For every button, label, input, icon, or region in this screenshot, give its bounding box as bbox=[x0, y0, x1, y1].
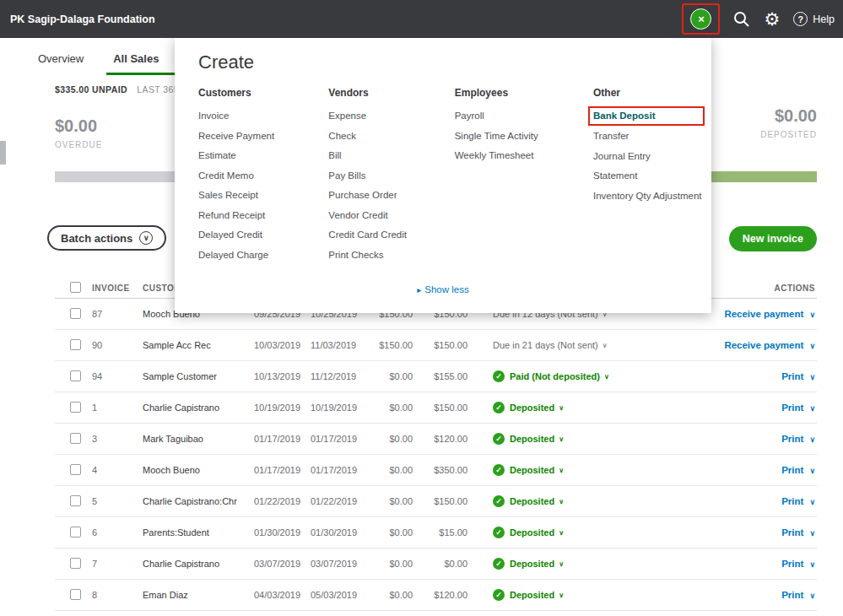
create-menu-item[interactable]: Credit Memo bbox=[198, 166, 316, 186]
customer-name[interactable]: Mark Taguibao bbox=[139, 434, 251, 444]
row-action-link[interactable]: Print bbox=[781, 434, 803, 444]
create-menu-column-customers: Customers InvoiceReceive PaymentEstimate… bbox=[198, 87, 328, 265]
status-text: Due in 21 days (Not sent) bbox=[493, 340, 598, 350]
gear-icon[interactable]: ⚙ bbox=[764, 10, 780, 28]
row-action-link[interactable]: Print bbox=[781, 403, 803, 413]
create-menu-item[interactable]: Credit Card Credit bbox=[328, 225, 446, 246]
create-menu-item[interactable]: Statement bbox=[593, 166, 705, 186]
row-checkbox[interactable] bbox=[70, 433, 81, 444]
create-menu-item[interactable]: Single Time Activity bbox=[455, 127, 573, 147]
status-cell[interactable]: ✓ Deposited ∨ bbox=[471, 495, 682, 507]
status-cell[interactable]: ✓ Due in 21 days (Not sent) ∨ bbox=[471, 340, 682, 350]
create-menu-item[interactable]: Purchase Order bbox=[328, 186, 446, 206]
triangle-icon: ▸ bbox=[417, 285, 421, 294]
row-action-link[interactable]: Print bbox=[781, 559, 803, 569]
invoice-number: 90 bbox=[89, 340, 139, 350]
row-action-link[interactable]: Print bbox=[781, 465, 803, 475]
invoice-number: 94 bbox=[89, 371, 139, 381]
chevron-down-icon[interactable]: ∨ bbox=[809, 529, 815, 538]
create-menu-item[interactable]: Bill bbox=[328, 146, 446, 166]
row-checkbox[interactable] bbox=[70, 308, 81, 319]
create-menu-item[interactable]: Refund Receipt bbox=[198, 206, 316, 226]
row-checkbox[interactable] bbox=[70, 558, 81, 569]
customer-name[interactable]: Charlie Capistrano:Chr bbox=[139, 496, 251, 506]
create-menu-item[interactable]: Print Checks bbox=[328, 246, 446, 266]
row-checkbox[interactable] bbox=[70, 339, 81, 350]
create-menu-title: Create bbox=[198, 51, 254, 73]
invoices-table: INVOICE CUSTOMER ACTIONS 87 Mooch Bueno … bbox=[55, 278, 817, 611]
status-cell[interactable]: ✓ Deposited ∨ bbox=[471, 589, 682, 601]
create-menu-item[interactable]: Receive Payment bbox=[198, 127, 316, 147]
customer-name[interactable]: Sample Acc Rec bbox=[139, 340, 251, 350]
chevron-down-icon[interactable]: ∨ bbox=[809, 498, 815, 506]
row-action-link[interactable]: Print bbox=[781, 496, 803, 506]
create-menu-item[interactable]: Estimate bbox=[198, 146, 316, 166]
create-menu-item[interactable]: Pay Bills bbox=[328, 166, 446, 186]
tab-overview[interactable]: Overview bbox=[38, 52, 84, 75]
create-menu-item[interactable]: Weekly Timesheet bbox=[455, 146, 573, 166]
help-button[interactable]: ? Help bbox=[793, 12, 835, 26]
status-cell[interactable]: ✓ Deposited ∨ bbox=[471, 527, 682, 538]
status-cell[interactable]: ✓ Deposited ∨ bbox=[471, 558, 682, 570]
total-amount: $350.00 bbox=[416, 465, 471, 475]
row-checkbox[interactable] bbox=[70, 402, 81, 413]
status-text: Paid (Not deposited) bbox=[510, 371, 600, 381]
create-menu-item[interactable]: Journal Entry bbox=[593, 147, 705, 167]
customer-name[interactable]: Eman Diaz bbox=[139, 590, 251, 600]
chevron-down-icon[interactable]: ∨ bbox=[809, 373, 815, 381]
chevron-down-icon[interactable]: ∨ bbox=[809, 467, 815, 475]
new-invoice-button[interactable]: New invoice bbox=[729, 226, 817, 251]
customer-name[interactable]: Parents:Student bbox=[139, 527, 251, 538]
topbar-right-icons: × ⚙ ? Help bbox=[682, 3, 835, 35]
row-action-link[interactable]: Receive payment bbox=[724, 340, 803, 350]
chevron-down-icon[interactable]: ∨ bbox=[809, 592, 815, 600]
customer-name[interactable]: Charlie Capistrano bbox=[139, 403, 251, 413]
create-menu-item[interactable]: Delayed Charge bbox=[198, 246, 316, 266]
show-less-link[interactable]: ▸Show less bbox=[175, 284, 711, 294]
row-checkbox[interactable] bbox=[70, 495, 81, 506]
paid-check-icon: ✓ bbox=[493, 370, 505, 382]
table-row: 90 Sample Acc Rec 10/03/2019 11/03/2019 … bbox=[55, 330, 817, 361]
invoice-number: 3 bbox=[89, 434, 139, 444]
chevron-down-icon[interactable]: ∨ bbox=[809, 404, 815, 413]
batch-actions-button[interactable]: Batch actions ∨ bbox=[47, 225, 166, 251]
create-menu-item[interactable]: Sales Receipt bbox=[198, 186, 316, 206]
invoice-number: 5 bbox=[89, 496, 139, 506]
status-cell[interactable]: ✓ Deposited ∨ bbox=[471, 433, 682, 445]
customer-name[interactable]: Sample Customer bbox=[139, 371, 251, 381]
create-menu-item[interactable]: Transfer bbox=[593, 127, 705, 147]
create-menu-item[interactable]: Delayed Credit bbox=[198, 225, 316, 246]
chevron-down-icon[interactable]: ∨ bbox=[809, 342, 815, 350]
customer-name[interactable]: Mooch Bueno bbox=[139, 465, 251, 475]
create-menu-item[interactable]: Inventory Qty Adjustment bbox=[593, 186, 705, 207]
status-cell[interactable]: ✓ Paid (Not deposited) ∨ bbox=[471, 370, 682, 382]
select-all-checkbox[interactable] bbox=[70, 282, 81, 293]
chevron-down-icon[interactable]: ∨ bbox=[809, 435, 815, 444]
invoice-number: 4 bbox=[89, 465, 139, 475]
row-action-link[interactable]: Receive payment bbox=[724, 309, 803, 319]
customer-name[interactable]: Charlie Capistrano bbox=[139, 559, 251, 569]
create-menu-item[interactable]: Check bbox=[328, 127, 446, 147]
chevron-down-icon: ∨ bbox=[139, 231, 153, 245]
chevron-down-icon[interactable]: ∨ bbox=[809, 560, 815, 569]
close-create-menu-icon[interactable]: × bbox=[690, 8, 711, 30]
row-action-link[interactable]: Print bbox=[781, 371, 803, 381]
chevron-down-icon[interactable]: ∨ bbox=[809, 311, 815, 319]
status-text: Deposited bbox=[510, 559, 554, 569]
row-checkbox[interactable] bbox=[70, 464, 81, 475]
status-cell[interactable]: ✓ Deposited ∨ bbox=[471, 402, 682, 413]
create-menu-item[interactable]: Payroll bbox=[455, 106, 573, 127]
create-menu-item[interactable]: Bank Deposit bbox=[588, 106, 705, 126]
tab-all-sales[interactable]: All Sales bbox=[113, 52, 159, 75]
create-menu-item[interactable]: Vendor Credit bbox=[328, 206, 446, 226]
chevron-down-icon: ∨ bbox=[559, 435, 564, 443]
row-action-link[interactable]: Print bbox=[781, 590, 803, 600]
row-checkbox[interactable] bbox=[70, 589, 81, 600]
create-menu-item[interactable]: Expense bbox=[328, 106, 446, 127]
row-checkbox[interactable] bbox=[70, 527, 81, 538]
row-checkbox[interactable] bbox=[70, 370, 81, 381]
status-cell[interactable]: ✓ Deposited ∨ bbox=[471, 464, 682, 476]
row-action-link[interactable]: Print bbox=[781, 527, 803, 538]
search-icon[interactable] bbox=[733, 11, 750, 28]
create-menu-item[interactable]: Invoice bbox=[198, 106, 316, 127]
